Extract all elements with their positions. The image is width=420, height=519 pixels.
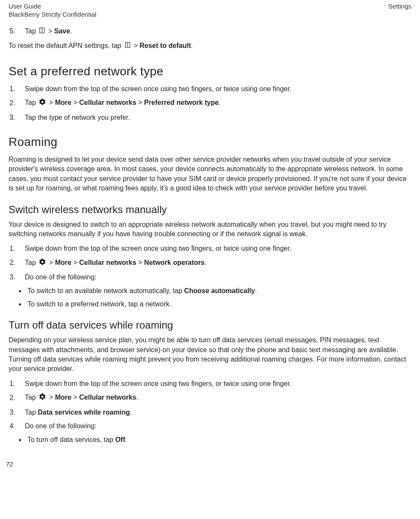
turnoff-step-1: Swipe down from the top of the screen on… <box>17 379 411 389</box>
turnoff-bullets: To turn off data services, tap Off. <box>9 435 411 445</box>
step-5: Tap > Save. <box>17 27 411 37</box>
step-5-gt: > <box>48 27 54 35</box>
switch-step-2: Tap > More > Cellular networks > Network… <box>17 258 411 268</box>
step-5-bold: Save <box>54 27 70 35</box>
switch-bullet-2: To switch to a preferred network, tap a … <box>26 300 411 309</box>
switch-step2-b3: Network operators <box>144 259 205 266</box>
more-icon <box>124 41 131 51</box>
turnoff-step2-period: . <box>136 394 138 401</box>
heading-switch-networks: Switch wireless networks manually <box>9 204 411 216</box>
switch-bullet1-pre: To switch to an available network automa… <box>27 287 184 294</box>
switch-bullets: To switch to an available network automa… <box>9 286 411 309</box>
turnoff-step3-period: . <box>130 409 131 416</box>
preferred-step-1: Swipe down from the top of the screen on… <box>17 84 411 94</box>
roaming-para: Roaming is designed to let your device s… <box>9 155 411 193</box>
switch-step-1: Swipe down from the top of the screen on… <box>17 244 411 253</box>
step-5-period: . <box>70 27 72 35</box>
switch-para: Your device is designed to switch to an … <box>9 220 411 239</box>
preferred-step-3: Tap the type of network you prefer. <box>17 113 411 122</box>
step-5-pre: Tap <box>25 27 38 35</box>
reset-bold: Reset to default <box>140 42 191 50</box>
turnoff-step2-gt2: > <box>73 394 79 401</box>
gear-icon <box>39 393 46 403</box>
turnoff-step2-b1: More <box>55 394 71 401</box>
preferred-step2-period: . <box>219 99 220 107</box>
gear-icon <box>39 98 46 108</box>
switch-step-3: Do one of the following: <box>17 273 411 282</box>
preferred-steps: Swipe down from the top of the screen on… <box>9 84 411 122</box>
preferred-step2-gt1: > <box>49 99 55 107</box>
preferred-step-2: Tap > More > Cellular networks > Preferr… <box>17 98 411 108</box>
page-number: 72 <box>6 460 411 468</box>
turnoff-step2-b2: Cellular networks <box>79 394 136 401</box>
reset-pre: To reset the default APN settings, tap <box>9 42 123 50</box>
switch-bullet-1: To switch to an available network automa… <box>26 286 411 296</box>
heading-turnoff-data: Turn off data services while roaming <box>9 319 411 331</box>
header-right: Settings <box>388 3 411 10</box>
turnoff-bullet1-bold: Off <box>115 436 125 443</box>
preferred-step2-pre: Tap <box>25 99 38 107</box>
preferred-step2-gt2: > <box>73 99 79 107</box>
heading-roaming: Roaming <box>9 135 411 149</box>
header-left-1: User Guide <box>9 3 41 10</box>
turnoff-step2-pre: Tap <box>25 394 38 401</box>
turnoff-step-2: Tap > More > Cellular networks. <box>17 393 411 403</box>
turnoff-para: Depending on your wireless service plan,… <box>9 335 411 374</box>
preferred-step2-gt3: > <box>138 99 144 107</box>
turnoff-step-4: Do one of the following: <box>17 421 411 431</box>
switch-step2-b2: Cellular networks <box>79 259 136 266</box>
switch-step2-period: . <box>205 259 206 266</box>
turnoff-bullet1-period: . <box>125 436 127 443</box>
switch-step2-gt1: > <box>49 259 55 266</box>
switch-steps: Swipe down from the top of the screen on… <box>9 244 411 282</box>
switch-step2-pre: Tap <box>25 259 38 266</box>
switch-step2-gt3: > <box>138 259 144 266</box>
preferred-step2-b3: Preferred network type <box>144 99 219 107</box>
switch-bullet1-bold: Choose automatically <box>184 287 255 294</box>
switch-step2-b1: More <box>55 259 71 266</box>
step-5-list: Tap > Save. <box>9 27 411 37</box>
turnoff-bullet1-pre: To turn off data services, tap <box>27 436 115 443</box>
turnoff-bullet-1: To turn off data services, tap Off. <box>26 435 411 445</box>
turnoff-step3-pre: Tap <box>25 409 38 416</box>
turnoff-step3-bold: Data services while roaming <box>38 409 130 416</box>
switch-bullet1-period: . <box>255 287 256 294</box>
page-header: User Guide Settings <box>9 3 411 10</box>
turnoff-step-3: Tap Data services while roaming. <box>17 408 411 417</box>
header-left-2: BlackBerry Strictly Confidential <box>9 11 411 18</box>
preferred-step2-b1: More <box>55 99 71 107</box>
turnoff-steps: Swipe down from the top of the screen on… <box>9 379 411 431</box>
switch-step2-gt2: > <box>73 259 79 266</box>
heading-preferred-network: Set a preferred network type <box>9 65 411 78</box>
reset-period: . <box>191 42 193 50</box>
gear-icon <box>39 258 46 268</box>
reset-para: To reset the default APN settings, tap >… <box>9 41 411 51</box>
reset-gt: > <box>134 42 140 50</box>
turnoff-step2-gt1: > <box>49 394 55 401</box>
more-icon <box>39 27 45 37</box>
preferred-step2-b2: Cellular networks <box>79 99 136 107</box>
